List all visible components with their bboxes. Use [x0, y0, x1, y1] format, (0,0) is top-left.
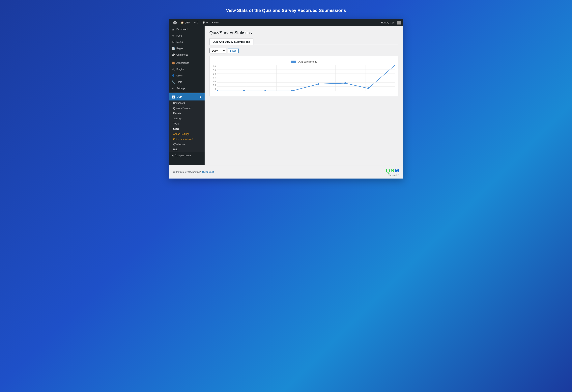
qsm-sub-help[interactable]: Help: [169, 147, 205, 152]
qsm-sub-tools[interactable]: Tools: [169, 121, 205, 126]
qsm-section: Q QSM ▶ Dashboard Quizzes/Surveys Result…: [169, 93, 205, 152]
sidebar-item-label: Dashboard: [176, 28, 188, 31]
sidebar-item-label: Posts: [176, 34, 182, 37]
media-icon: 🖼: [172, 41, 175, 44]
y-label: 2.0: [213, 73, 216, 75]
dashboard-icon: ⊞: [172, 28, 175, 31]
y-label: 1.0: [213, 80, 216, 83]
data-point: [344, 82, 346, 84]
users-icon: 👤: [172, 74, 175, 77]
new-item[interactable]: + New: [210, 19, 221, 26]
new-label: + New: [212, 21, 219, 24]
tools-icon: 🔧: [172, 80, 175, 84]
sidebar-separator-1: [169, 59, 205, 59]
data-point: [243, 90, 245, 91]
brand-q: Q: [386, 167, 390, 174]
y-label: 0: [215, 88, 216, 90]
sidebar-item-pages[interactable]: 📄 Pages: [169, 45, 205, 52]
chart-svg: [217, 65, 395, 91]
data-point: [264, 90, 266, 91]
legend-color-box: [291, 61, 296, 63]
sidebar-item-label: Appearance: [176, 62, 189, 64]
sidebar-item-label: Users: [176, 74, 183, 77]
page-header-title: View Stats of the Quiz and Survey Record…: [226, 8, 346, 13]
data-point: [291, 90, 293, 91]
sidebar-item-appearance[interactable]: 🎨 Appearance: [169, 60, 205, 66]
qsm-sub-settings[interactable]: Settings: [169, 116, 205, 121]
qsm-brand-logo: QSM: [386, 167, 399, 174]
data-point: [367, 87, 369, 89]
content-area: Quiz/Survey Statistics Quiz And Survey S…: [205, 26, 403, 165]
footer-period: .: [214, 171, 215, 173]
tab-bar: Quiz And Survey Submissions: [209, 39, 398, 45]
sidebar-item-label: Media: [176, 41, 183, 44]
avatar: [397, 21, 401, 25]
pages-icon: 📄: [172, 47, 175, 50]
qsm-sub-stats[interactable]: Stats: [169, 126, 205, 131]
sidebar-item-settings[interactable]: ⚙ Settings: [169, 85, 205, 92]
qsm-sub-quizzes[interactable]: Quizzes/Surveys: [169, 106, 205, 111]
chart-area: 3.0 2.5 2.0 1.5 1.0 0.5 0: [213, 65, 395, 93]
qsm-sub-addon-settings[interactable]: Addon Settings: [169, 131, 205, 137]
tab-quiz-submissions[interactable]: Quiz And Survey Submissions: [209, 39, 254, 45]
sidebar-item-label: Comments: [176, 53, 188, 56]
appearance-icon: 🎨: [172, 61, 175, 64]
posts-icon: ✎: [172, 34, 175, 37]
collapse-icon: ◀: [172, 154, 173, 157]
page-title: Quiz/Survey Statistics: [209, 30, 398, 35]
sidebar-item-users[interactable]: 👤 Users: [169, 73, 205, 79]
brand-s: S: [390, 167, 394, 174]
updates-count: 2: [197, 21, 198, 24]
qsm-sub-results[interactable]: Results: [169, 111, 205, 116]
qsm-menu-header[interactable]: Q QSM ▶: [169, 93, 205, 100]
sidebar: ⊞ Dashboard ✎ Posts 🖼 Media 📄 Pages 💬 Co…: [169, 26, 205, 165]
legend-label: Quiz Submissions: [298, 60, 317, 63]
sidebar-item-plugins[interactable]: 🔌 Plugins: [169, 66, 205, 73]
filter-button[interactable]: Filter: [228, 48, 238, 53]
sidebar-item-label: Settings: [176, 87, 185, 90]
sidebar-item-posts[interactable]: ✎ Posts: [169, 32, 205, 39]
sidebar-item-comments[interactable]: 💬 Comments: [169, 52, 205, 58]
filter-row: Daily Weekly Monthly Filter: [209, 48, 398, 53]
wp-logo-item[interactable]: W: [171, 19, 179, 26]
y-label: 0.5: [213, 84, 216, 86]
qsm-sub-about[interactable]: QSM About: [169, 142, 205, 147]
comments-count: 0: [206, 21, 208, 24]
qsm-sub-free-addon[interactable]: Get a Free Addon!: [169, 137, 205, 142]
sidebar-item-label: Pages: [176, 47, 183, 50]
updates-item[interactable]: ↻ 2: [192, 19, 200, 26]
wp-footer: Thank you for creating with WordPress. Q…: [169, 165, 403, 178]
site-name-item[interactable]: 🏠 QSM: [179, 19, 192, 26]
footer-wp-link[interactable]: WordPress: [202, 171, 214, 173]
admin-bar-right: Howdy, sajan: [381, 21, 401, 25]
wp-logo: W: [173, 21, 177, 24]
data-point: [217, 90, 218, 91]
qsm-header-label: QSM: [177, 95, 182, 98]
sidebar-item-tools[interactable]: 🔧 Tools: [169, 79, 205, 85]
sidebar-item-media[interactable]: 🖼 Media: [169, 39, 205, 45]
sidebar-item-label: Plugins: [176, 68, 184, 71]
chart-container: Quiz Submissions 3.0 2.5 2.0 1.5 1.0 0.5…: [209, 56, 398, 96]
chart-svg-wrapper: [217, 65, 395, 93]
howdy-text: Howdy, sajan: [381, 21, 395, 24]
qsm-sub-dashboard[interactable]: Dashboard: [169, 100, 205, 106]
wp-body: ⊞ Dashboard ✎ Posts 🖼 Media 📄 Pages 💬 Co…: [169, 26, 403, 165]
footer-text: Thank you for creating with WordPress.: [173, 171, 215, 173]
admin-bar: W 🏠 QSM ↻ 2 💬 0 + New Howdy, sajan: [169, 19, 403, 26]
filter-select[interactable]: Daily Weekly Monthly: [209, 48, 226, 53]
y-label: 1.5: [213, 77, 216, 79]
y-axis: 3.0 2.5 2.0 1.5 1.0 0.5 0: [213, 65, 217, 91]
footer-thank-you: Thank you for creating with: [173, 171, 202, 173]
y-label: 2.5: [213, 69, 216, 71]
site-name: QSM: [185, 21, 190, 24]
comments-item[interactable]: 💬 0: [200, 19, 210, 26]
version-text: Version 5.6: [388, 174, 399, 176]
comments-icon: 💬: [172, 53, 175, 56]
brand-m: M: [395, 167, 399, 174]
sidebar-item-label: Tools: [176, 81, 182, 83]
collapse-menu-button[interactable]: ◀ Collapse menu: [169, 152, 205, 159]
sidebar-item-dashboard[interactable]: ⊞ Dashboard: [169, 26, 205, 32]
wp-window: W 🏠 QSM ↻ 2 💬 0 + New Howdy, sajan ⊞ Das…: [169, 19, 403, 178]
settings-icon: ⚙: [172, 87, 175, 90]
collapse-label: Collapse menu: [175, 154, 191, 157]
